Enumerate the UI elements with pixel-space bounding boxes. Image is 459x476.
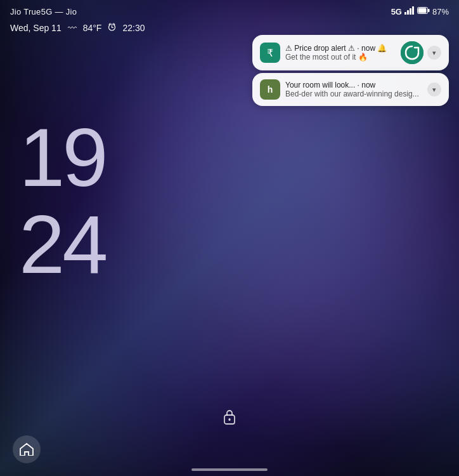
- battery-label: 87%: [432, 7, 449, 17]
- notification-card-2[interactable]: h Your room will look... · now Bed-der w…: [252, 73, 449, 106]
- unlock-icon[interactable]: [222, 408, 237, 428]
- notif-right-1: ▾: [401, 41, 441, 64]
- notif-body-1: Get the most out of it 🔥: [285, 53, 396, 62]
- clock-minute: 24: [19, 201, 106, 288]
- date-label: Wed, Sep 11: [10, 23, 61, 33]
- temperature-label: 84°F: [83, 23, 102, 33]
- svg-rect-3: [412, 6, 414, 15]
- home-button[interactable]: [13, 435, 41, 463]
- notif-right-2: ▾: [427, 83, 441, 96]
- network-type-label: 5G: [391, 7, 402, 17]
- notif-chevron-2[interactable]: ▾: [427, 83, 441, 96]
- notif-title-1: ⚠ Price drop alert ⚠ · now 🔔: [285, 44, 396, 53]
- notif-body-2: Bed-der with our award-winning desig...: [285, 89, 422, 98]
- notif-title-2: Your room will look... · now: [285, 81, 422, 89]
- status-icons: 5G 87%: [391, 6, 449, 17]
- svg-rect-1: [407, 10, 409, 15]
- svg-rect-2: [410, 8, 411, 15]
- svg-rect-14: [229, 418, 231, 421]
- weather-icon: 〰: [68, 23, 77, 33]
- svg-point-12: [401, 41, 423, 64]
- svg-rect-6: [418, 8, 426, 13]
- clock-hour: 19: [19, 114, 106, 201]
- battery-icon: [417, 7, 430, 16]
- notif-large-icon-1: [401, 41, 423, 64]
- svg-rect-5: [428, 9, 430, 12]
- status-bar: Jio True5G — Jio 5G 87%: [0, 0, 459, 23]
- notifications-panel: ₹ ⚠ Price drop alert ⚠ · now 🔔 Get the m…: [252, 35, 449, 106]
- svg-rect-0: [404, 12, 406, 15]
- notif-content-2: Your room will look... · now Bed-der wit…: [285, 81, 422, 98]
- alarm-icon: [108, 23, 116, 33]
- notif-content-1: ⚠ Price drop alert ⚠ · now 🔔 Get the mos…: [285, 44, 396, 62]
- clock: 19 24: [19, 114, 106, 288]
- notif-app-icon-2: h: [260, 79, 280, 100]
- notif-app-icon-1: ₹: [260, 43, 280, 63]
- alarm-time-label: 22:30: [122, 23, 145, 33]
- notification-card-1[interactable]: ₹ ⚠ Price drop alert ⚠ · now 🔔 Get the m…: [252, 35, 449, 70]
- date-bar: Wed, Sep 11 〰 84°F 22:30: [10, 23, 145, 33]
- bottom-gesture-bar: [191, 468, 268, 471]
- signal-icon: [404, 6, 415, 17]
- carrier-label: Jio True5G — Jio: [10, 7, 77, 17]
- notif-chevron-1[interactable]: ▾: [427, 46, 441, 60]
